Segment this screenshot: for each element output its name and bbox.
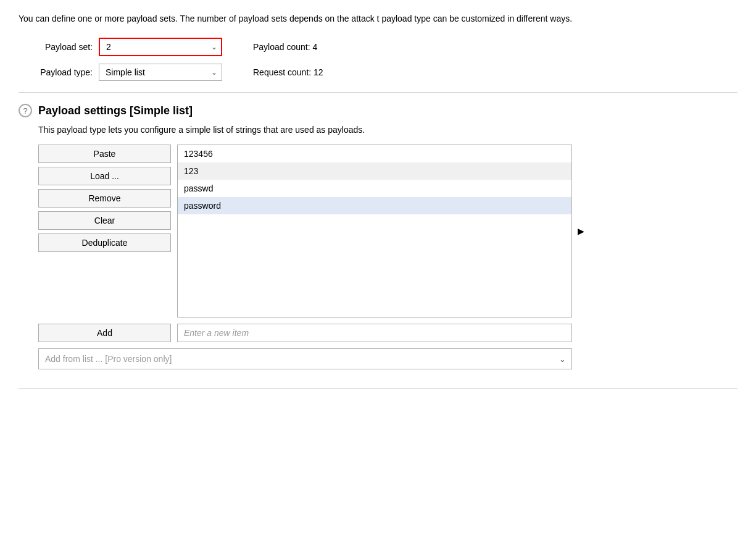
list-item[interactable]: passwd: [178, 180, 571, 197]
payload-set-row: Payload set: 1 2 3 ⌄ Payload count: 4: [19, 38, 737, 56]
add-from-list-wrapper: Add from list ... [Pro version only] ⌄: [38, 348, 572, 369]
section-description: This payload type lets you configure a s…: [38, 125, 737, 135]
clear-button[interactable]: Clear: [38, 211, 171, 230]
deduplicate-button[interactable]: Deduplicate: [38, 233, 171, 252]
payload-type-select[interactable]: Simple list Runtime file Custom iterator…: [99, 64, 222, 81]
add-from-list-select[interactable]: Add from list ... [Pro version only]: [38, 348, 572, 369]
payload-set-select[interactable]: 1 2 3: [99, 38, 222, 56]
add-from-list-row: Add from list ... [Pro version only] ⌄: [38, 348, 572, 369]
payload-list[interactable]: 123456123passwdpassword: [177, 145, 572, 317]
add-item-input[interactable]: [177, 324, 572, 342]
payload-type-row: Payload type: Simple list Runtime file C…: [19, 64, 737, 81]
payload-type-label: Payload type:: [19, 67, 93, 77]
load-button[interactable]: Load ...: [38, 167, 171, 185]
payload-set-select-wrapper: 1 2 3 ⌄: [99, 38, 222, 56]
payload-type-select-wrapper: Simple list Runtime file Custom iterator…: [99, 64, 222, 81]
payload-list-area: Paste Load ... Remove Clear Deduplicate …: [38, 145, 737, 317]
section-title: Payload settings [Simple list]: [38, 104, 193, 117]
payload-count-info: Payload count: 4: [253, 42, 317, 52]
list-action-buttons: Paste Load ... Remove Clear Deduplicate: [38, 145, 171, 317]
remove-button[interactable]: Remove: [38, 189, 171, 208]
intro-text: You can define one or more payload sets.…: [19, 12, 734, 25]
list-item[interactable]: 123456: [178, 145, 571, 162]
paste-button[interactable]: Paste: [38, 145, 171, 163]
list-item[interactable]: 123: [178, 162, 571, 180]
scroll-right-arrow-icon: ▶: [578, 226, 584, 236]
top-divider: [19, 92, 737, 93]
section-header: ? Payload settings [Simple list]: [19, 104, 737, 117]
help-icon[interactable]: ?: [19, 104, 32, 117]
bottom-divider: [19, 388, 737, 389]
request-count-info: Request count: 12: [253, 67, 323, 77]
list-item[interactable]: password: [178, 197, 571, 214]
payload-set-label: Payload set:: [19, 42, 93, 52]
payload-list-container: 123456123passwdpassword ▶: [177, 145, 572, 317]
add-row: Add: [38, 324, 572, 342]
add-button[interactable]: Add: [38, 324, 171, 342]
